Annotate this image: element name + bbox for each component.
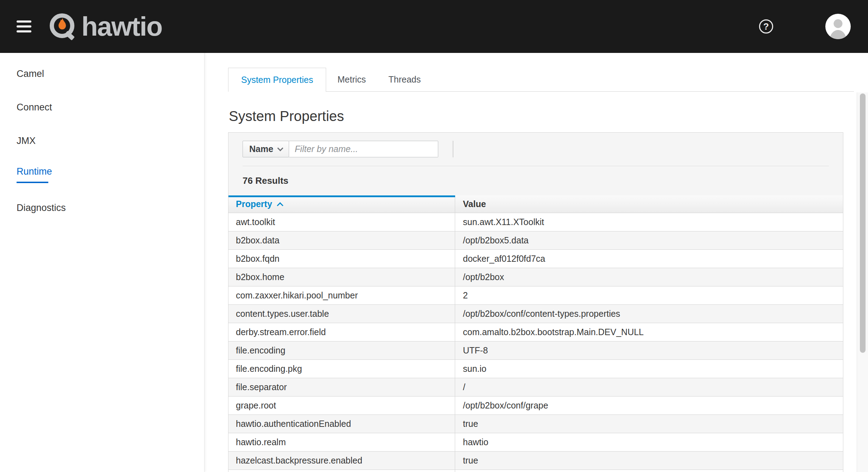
column-header-value-label: Value xyxy=(463,199,486,209)
vertical-scrollbar-thumb[interactable] xyxy=(860,93,866,353)
table-row: file.encodingUTF-8 xyxy=(228,341,843,360)
sidebar-item-connect[interactable]: Connect xyxy=(0,91,204,124)
results-count: 76 Results xyxy=(243,175,288,186)
value-cell: true xyxy=(455,452,843,470)
value-cell: /opt/b2box5.data xyxy=(455,231,843,249)
value-cell: docker_af012f0fd7ca xyxy=(455,250,843,268)
active-nav-indicator xyxy=(17,182,48,183)
main-content: System PropertiesMetricsThreads System P… xyxy=(228,53,854,472)
magnifier-flame-icon xyxy=(48,12,77,41)
table-row: hazelcast.backpressure.enabledtrue xyxy=(228,452,843,470)
table-row: derby.stream.error.fieldcom.amalto.b2box… xyxy=(228,323,843,341)
table-row: hawtio.realmhawtio xyxy=(228,433,843,452)
table-row: file.encoding.pkgsun.io xyxy=(228,360,843,378)
masthead: hawtio ? xyxy=(0,0,868,53)
table-row: file.separator/ xyxy=(228,378,843,397)
filter-row: Name xyxy=(243,141,829,157)
question-circle-icon: ? xyxy=(763,21,769,32)
value-cell: sun.awt.X11.XToolkit xyxy=(455,213,843,231)
value-cell: /opt/b2box xyxy=(455,268,843,286)
results-row: 76 Results xyxy=(243,166,829,195)
property-cell: b2box.fqdn xyxy=(228,250,455,268)
property-cell: hawtio.authenticationEnabled xyxy=(228,415,455,433)
sidebar-nav: CamelConnectJMXRuntimeDiagnostics xyxy=(0,53,204,472)
masthead-actions: ? xyxy=(759,14,868,39)
brand-logo[interactable]: hawtio xyxy=(48,12,162,41)
tab-metrics[interactable]: Metrics xyxy=(326,68,377,91)
sort-ascending-icon xyxy=(277,202,283,208)
filter-attribute-dropdown[interactable]: Name xyxy=(243,141,289,157)
property-cell: file.separator xyxy=(228,378,455,396)
sidebar-item-label: Connect xyxy=(17,102,204,113)
table-header: Property Value xyxy=(228,195,843,213)
sidebar-item-label: Runtime xyxy=(17,166,204,177)
value-cell: 2 xyxy=(455,286,843,304)
brand-text: hawtio xyxy=(81,13,162,40)
property-cell: com.zaxxer.hikari.pool_number xyxy=(228,286,455,304)
avatar-icon xyxy=(825,14,851,39)
tab-system-properties[interactable]: System Properties xyxy=(228,68,326,92)
page-title: System Properties xyxy=(229,108,854,124)
value-cell: /opt/b2box/conf/grape xyxy=(455,397,843,414)
table-body: awt.toolkitsun.awt.X11.XToolkitb2box.dat… xyxy=(228,213,843,472)
property-cell xyxy=(228,470,455,472)
tab-bar: System PropertiesMetricsThreads xyxy=(228,68,854,92)
table-row: hawtio.authenticationEnabledtrue xyxy=(228,415,843,433)
toolbar-divider xyxy=(453,141,453,157)
sidebar-item-jmx[interactable]: JMX xyxy=(0,124,204,158)
value-cell: /opt/b2box/conf/content-types.properties xyxy=(455,305,843,323)
column-header-value[interactable]: Value xyxy=(455,195,843,213)
value-cell: sun.io xyxy=(455,360,843,378)
sidebar-item-label: JMX xyxy=(17,135,204,146)
property-cell: grape.root xyxy=(228,397,455,414)
property-cell: derby.stream.error.field xyxy=(228,323,455,341)
user-menu-button[interactable] xyxy=(825,14,851,39)
value-cell: true xyxy=(455,415,843,433)
hamburger-icon xyxy=(17,30,31,32)
sidebar-item-diagnostics[interactable]: Diagnostics xyxy=(0,191,204,225)
property-cell: awt.toolkit xyxy=(228,213,455,231)
table-row: com.zaxxer.hikari.pool_number2 xyxy=(228,286,843,305)
property-cell: file.encoding.pkg xyxy=(228,360,455,378)
table-row: grape.root/opt/b2box/conf/grape xyxy=(228,397,843,415)
column-header-property[interactable]: Property xyxy=(228,195,455,213)
property-cell: file.encoding xyxy=(228,341,455,359)
property-cell: hawtio.realm xyxy=(228,433,455,451)
column-header-property-label: Property xyxy=(236,199,272,209)
property-cell: b2box.home xyxy=(228,268,455,286)
vertical-scrollbar-track[interactable] xyxy=(857,92,868,472)
value-cell xyxy=(455,470,843,472)
property-cell: b2box.data xyxy=(228,231,455,249)
table-row: b2box.fqdndocker_af012f0fd7ca xyxy=(228,250,843,268)
table-row: b2box.home/opt/b2box xyxy=(228,268,843,286)
property-cell: hazelcast.backpressure.enabled xyxy=(228,452,455,470)
sidebar-item-label: Camel xyxy=(17,68,204,79)
help-button[interactable]: ? xyxy=(759,19,773,34)
sorted-column-indicator xyxy=(228,195,455,197)
sidebar-item-runtime[interactable]: Runtime xyxy=(0,158,204,191)
chevron-down-icon xyxy=(277,145,283,151)
filter-input[interactable] xyxy=(289,141,438,157)
tab-threads[interactable]: Threads xyxy=(377,68,432,91)
table-row: content.types.user.table/opt/b2box/conf/… xyxy=(228,305,843,323)
hamburger-icon xyxy=(17,20,31,23)
value-cell: hawtio xyxy=(455,433,843,451)
filter-attribute-label: Name xyxy=(249,144,273,154)
value-cell: UTF-8 xyxy=(455,341,843,359)
sidebar-item-camel[interactable]: Camel xyxy=(0,57,204,91)
value-cell: com.amalto.b2box.bootstrap.Main.DEV_NULL xyxy=(455,323,843,341)
system-properties-card: Name 76 Results Property Value awt.toolk… xyxy=(228,132,843,472)
table-toolbar: Name 76 Results xyxy=(228,133,843,195)
table-row: b2box.data/opt/b2box5.data xyxy=(228,231,843,250)
value-cell: / xyxy=(455,378,843,396)
table-row: awt.toolkitsun.awt.X11.XToolkit xyxy=(228,213,843,231)
hamburger-icon xyxy=(17,25,31,28)
sidebar-item-label: Diagnostics xyxy=(17,202,204,213)
property-cell: content.types.user.table xyxy=(228,305,455,323)
table-row xyxy=(228,470,843,472)
hamburger-menu-button[interactable] xyxy=(17,20,31,32)
